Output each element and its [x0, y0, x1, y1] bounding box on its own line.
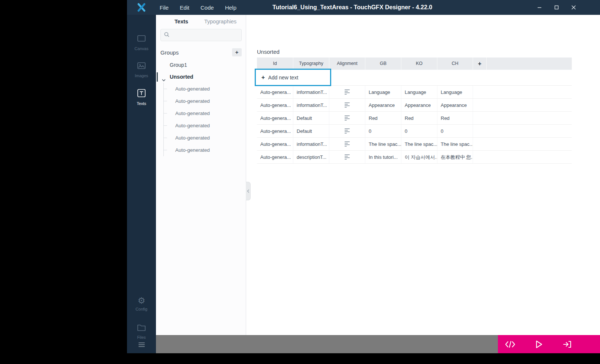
cell-ko[interactable]: The line spac... [401, 138, 437, 150]
cell-id[interactable]: Auto-genera... [257, 151, 293, 163]
status-bar [156, 335, 498, 353]
action-bar [498, 335, 600, 353]
tree-item-unsorted[interactable]: Unsorted [156, 72, 246, 82]
cell-ch[interactable]: The line spac... [437, 138, 473, 150]
add-text-row[interactable]: + Add new text [257, 70, 572, 86]
cell-gb[interactable]: Language [365, 86, 401, 98]
generate-code-button[interactable] [503, 337, 518, 352]
cell-gb[interactable]: The line spac... [365, 138, 401, 150]
column-header-id[interactable]: Id [257, 58, 293, 70]
sidebar-item-label: Texts [127, 101, 156, 106]
app-window: File Edit Code Help Tutorial6_Using_Text… [127, 0, 600, 353]
canvas-icon [137, 38, 146, 44]
cell-id[interactable]: Auto-genera... [257, 138, 293, 150]
log-toggle-icon[interactable] [127, 341, 156, 348]
column-header-typography[interactable]: Typography [293, 58, 329, 70]
tab-texts[interactable]: Texts [162, 15, 201, 28]
groups-tree: Group1 Unsorted Auto-generatedAuto-gener… [156, 59, 246, 156]
main-content: Unsorted Id Typography Alignment GB KO C… [246, 15, 600, 335]
tree-item-group1[interactable]: Group1 [156, 59, 246, 70]
cell-ko[interactable]: 이 자습서에서... [401, 151, 437, 163]
tree-item-label: Unsorted [170, 74, 193, 80]
add-new-text-button[interactable]: + Add new text [255, 69, 331, 86]
cell-ko[interactable]: Red [401, 112, 437, 124]
column-header-gb[interactable]: GB [365, 58, 401, 70]
minimize-button[interactable] [531, 0, 548, 15]
cell-gb[interactable]: Appearance [365, 99, 401, 111]
sidebar-item-files[interactable]: Files [127, 324, 156, 340]
cell-id[interactable]: Auto-genera... [257, 99, 293, 111]
add-new-text-label: Add new text [268, 75, 298, 81]
cell-typography[interactable]: descriptionT... [293, 151, 329, 163]
cell-ch[interactable]: 在本教程中 您... [437, 151, 473, 163]
search-box [160, 29, 242, 41]
run-simulator-button[interactable] [531, 337, 546, 352]
texts-icon [137, 93, 146, 99]
cell-gb[interactable]: In this tutori... [365, 151, 401, 163]
menu-file[interactable]: File [160, 4, 169, 11]
cell-ch[interactable]: Red [437, 112, 473, 124]
tree-item-auto-generated[interactable]: Auto-generated [164, 83, 246, 95]
add-group-button[interactable]: + [232, 48, 242, 56]
tree-item-auto-generated[interactable]: Auto-generated [164, 95, 246, 107]
align-left-icon[interactable] [329, 112, 365, 124]
table-header: Id Typography Alignment GB KO CH + [257, 58, 572, 70]
config-gear-icon: ⚙ [138, 296, 146, 305]
sidebar-item-images[interactable]: Images [127, 61, 156, 78]
cell-typography[interactable]: informationT... [293, 86, 329, 98]
titlebar: File Edit Code Help Tutorial6_Using_Text… [127, 0, 600, 15]
cell-id[interactable]: Auto-genera... [257, 86, 293, 98]
selection-indicator [157, 72, 158, 82]
search-icon [164, 32, 170, 39]
menu-code[interactable]: Code [200, 4, 214, 11]
column-header-alignment[interactable]: Alignment [329, 58, 365, 70]
search-input[interactable] [172, 32, 238, 38]
tree-item-auto-generated[interactable]: Auto-generated [164, 144, 246, 156]
panel-tabs: Texts Typographies [156, 15, 246, 28]
cell-ko[interactable]: Language [401, 86, 437, 98]
align-left-icon[interactable] [329, 86, 365, 98]
cell-gb[interactable]: Red [365, 112, 401, 124]
tree-item-auto-generated[interactable]: Auto-generated [164, 107, 246, 119]
tab-typographies[interactable]: Typographies [201, 15, 240, 28]
menu-edit[interactable]: Edit [180, 4, 189, 11]
sidebar-item-texts[interactable]: Texts [127, 88, 156, 106]
column-header-ko[interactable]: KO [401, 58, 437, 70]
cell-typography[interactable]: Default [293, 112, 329, 124]
activity-sidebar: Canvas Images Texts ⚙ [127, 15, 156, 353]
align-left-icon[interactable] [329, 151, 365, 163]
cell-typography[interactable]: informationT... [293, 99, 329, 111]
cell-typography[interactable]: Default [293, 125, 329, 137]
cell-ch[interactable]: Appearance [437, 99, 473, 111]
cell-id[interactable]: Auto-genera... [257, 112, 293, 124]
window-controls [531, 0, 582, 15]
table-row: Auto-genera...informationT...LanguageLan… [257, 86, 572, 99]
run-target-button[interactable] [560, 337, 575, 352]
panel-collapse-handle[interactable] [246, 182, 251, 200]
cell-ko[interactable]: Appearance [401, 99, 437, 111]
touchgfx-logo-icon [127, 0, 156, 15]
sidebar-item-canvas[interactable]: Canvas [127, 34, 156, 51]
table-row: Auto-genera...descriptionT...In this tut… [257, 151, 572, 164]
align-left-icon[interactable] [329, 99, 365, 111]
cell-ko[interactable]: 0 [401, 125, 437, 137]
cell-id[interactable]: Auto-genera... [257, 125, 293, 137]
tree-item-auto-generated[interactable]: Auto-generated [164, 119, 246, 132]
column-header-ch[interactable]: CH [437, 58, 473, 70]
sidebar-item-config[interactable]: ⚙ Config [127, 296, 156, 311]
cell-gb[interactable]: 0 [365, 125, 401, 137]
menu-help[interactable]: Help [225, 4, 237, 11]
unsorted-children: Auto-generatedAuto-generatedAuto-generat… [163, 83, 246, 156]
align-left-icon[interactable] [329, 125, 365, 137]
images-icon [137, 65, 146, 71]
close-button[interactable] [565, 0, 582, 15]
table-rows: Auto-genera...informationT...LanguageLan… [257, 86, 572, 164]
cell-typography[interactable]: informationT... [293, 138, 329, 150]
cell-ch[interactable]: Language [437, 86, 473, 98]
add-language-button[interactable]: + [473, 58, 487, 70]
menu-bar: File Edit Code Help [160, 0, 237, 15]
cell-ch[interactable]: 0 [437, 125, 473, 137]
tree-item-auto-generated[interactable]: Auto-generated [164, 132, 246, 144]
maximize-button[interactable] [548, 0, 565, 15]
align-left-icon[interactable] [329, 138, 365, 150]
